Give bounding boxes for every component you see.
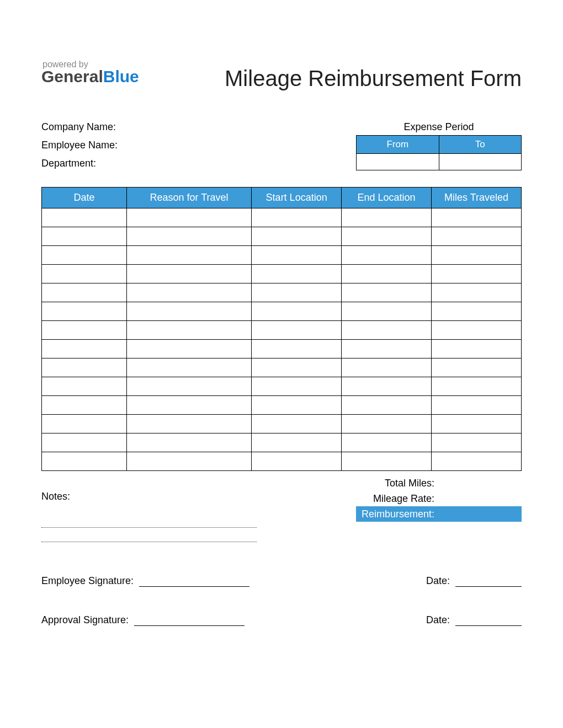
table-cell[interactable] (126, 227, 251, 246)
table-row (42, 340, 522, 358)
approval-date-input[interactable] (455, 615, 522, 626)
table-row (42, 396, 522, 415)
table-cell[interactable] (342, 452, 432, 471)
table-cell[interactable] (126, 377, 251, 396)
table-cell[interactable] (42, 358, 127, 377)
company-name-label: Company Name: (41, 121, 118, 133)
table-cell[interactable] (342, 265, 432, 283)
table-cell[interactable] (42, 396, 127, 415)
period-from-input[interactable] (357, 154, 439, 170)
table-cell[interactable] (126, 265, 251, 283)
table-cell[interactable] (432, 396, 522, 415)
total-miles-value[interactable] (439, 475, 522, 491)
table-cell[interactable] (252, 452, 342, 471)
table-cell[interactable] (42, 433, 127, 452)
table-cell[interactable] (432, 246, 522, 265)
approval-signature-input[interactable] (134, 615, 245, 626)
table-cell[interactable] (432, 358, 522, 377)
approval-signature-label: Approval Signature: (41, 614, 129, 626)
department-label: Department: (41, 158, 118, 169)
table-cell[interactable] (432, 340, 522, 358)
employee-date-input[interactable] (455, 576, 522, 587)
employee-date-label: Date: (426, 575, 450, 587)
table-cell[interactable] (126, 358, 251, 377)
table-cell[interactable] (126, 396, 251, 415)
table-cell[interactable] (342, 321, 432, 340)
table-cell[interactable] (252, 246, 342, 265)
table-cell[interactable] (42, 452, 127, 471)
table-cell[interactable] (342, 246, 432, 265)
table-cell[interactable] (126, 208, 251, 227)
period-to-input[interactable] (439, 154, 522, 170)
table-cell[interactable] (342, 283, 432, 302)
table-cell[interactable] (432, 321, 522, 340)
table-cell[interactable] (252, 321, 342, 340)
period-to-header: To (439, 136, 522, 154)
table-cell[interactable] (252, 358, 342, 377)
table-cell[interactable] (252, 433, 342, 452)
header-start: Start Location (252, 188, 342, 208)
employee-name-label: Employee Name: (41, 140, 118, 151)
table-cell[interactable] (342, 433, 432, 452)
table-cell[interactable] (42, 283, 127, 302)
table-cell[interactable] (342, 396, 432, 415)
table-cell[interactable] (126, 415, 251, 433)
table-cell[interactable] (342, 358, 432, 377)
table-cell[interactable] (126, 246, 251, 265)
table-cell[interactable] (432, 415, 522, 433)
table-cell[interactable] (432, 208, 522, 227)
table-cell[interactable] (42, 265, 127, 283)
table-cell[interactable] (252, 415, 342, 433)
table-cell[interactable] (252, 302, 342, 321)
table-cell[interactable] (252, 227, 342, 246)
table-cell[interactable] (252, 340, 342, 358)
table-cell[interactable] (432, 452, 522, 471)
table-cell[interactable] (42, 227, 127, 246)
table-cell[interactable] (252, 396, 342, 415)
table-cell[interactable] (42, 302, 127, 321)
table-cell[interactable] (432, 265, 522, 283)
table-cell[interactable] (432, 283, 522, 302)
table-cell[interactable] (42, 321, 127, 340)
reimbursement-value (439, 506, 522, 522)
mileage-table: Date Reason for Travel Start Location En… (41, 187, 522, 471)
table-row (42, 415, 522, 433)
table-cell[interactable] (42, 208, 127, 227)
header-miles: Miles Traveled (432, 188, 522, 208)
table-cell[interactable] (126, 452, 251, 471)
table-cell[interactable] (126, 340, 251, 358)
mileage-rate-value[interactable] (439, 491, 522, 506)
expense-period-title: Expense Period (356, 121, 522, 133)
period-from-header: From (357, 136, 439, 154)
table-cell[interactable] (342, 208, 432, 227)
employee-signature-input[interactable] (139, 576, 249, 587)
table-cell[interactable] (126, 433, 251, 452)
page-title: Mileage Reimbursement Form (225, 66, 522, 91)
table-cell[interactable] (252, 208, 342, 227)
table-cell[interactable] (126, 321, 251, 340)
table-cell[interactable] (42, 246, 127, 265)
table-row (42, 358, 522, 377)
header-end: End Location (342, 188, 432, 208)
table-cell[interactable] (42, 340, 127, 358)
table-cell[interactable] (342, 340, 432, 358)
table-cell[interactable] (252, 265, 342, 283)
table-cell[interactable] (252, 283, 342, 302)
table-cell[interactable] (342, 415, 432, 433)
table-row (42, 433, 522, 452)
logo-part2: Blue (103, 67, 139, 85)
table-cell[interactable] (42, 415, 127, 433)
table-cell[interactable] (432, 302, 522, 321)
table-cell[interactable] (42, 377, 127, 396)
table-cell[interactable] (342, 302, 432, 321)
table-cell[interactable] (342, 227, 432, 246)
table-cell[interactable] (342, 377, 432, 396)
notes-line[interactable] (41, 528, 257, 542)
table-cell[interactable] (432, 227, 522, 246)
table-cell[interactable] (432, 433, 522, 452)
table-cell[interactable] (252, 377, 342, 396)
table-cell[interactable] (126, 283, 251, 302)
notes-line[interactable] (41, 513, 257, 528)
table-cell[interactable] (126, 302, 251, 321)
table-cell[interactable] (432, 377, 522, 396)
